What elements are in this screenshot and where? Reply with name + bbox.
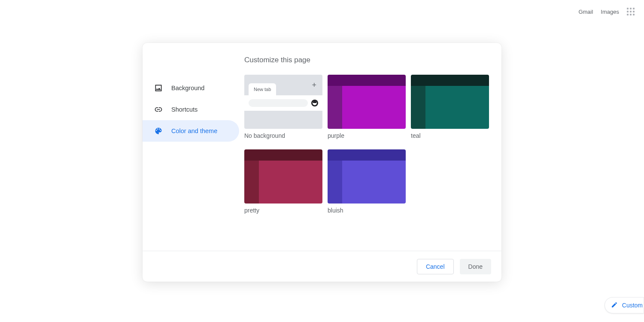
- gmail-link[interactable]: Gmail: [578, 9, 593, 15]
- theme-preview: [328, 75, 406, 129]
- theme-label: No background: [244, 132, 322, 139]
- customize-button[interactable]: Custom: [605, 297, 644, 313]
- sidebar-item-color-theme[interactable]: Color and theme: [143, 120, 239, 142]
- theme-label: purple: [328, 132, 406, 139]
- images-link[interactable]: Images: [601, 9, 619, 15]
- theme-preview: New tab +: [244, 75, 322, 129]
- palette-icon: [154, 127, 163, 135]
- theme-option-purple[interactable]: purple: [328, 75, 406, 139]
- preview-tab: New tab: [249, 83, 276, 95]
- theme-label: pretty: [244, 207, 322, 214]
- dialog-content: Customize this page New tab +: [239, 43, 501, 251]
- sidebar-item-label: Shortcuts: [171, 106, 197, 113]
- theme-option-teal[interactable]: teal: [411, 75, 489, 139]
- sidebar-item-background[interactable]: Background: [143, 77, 239, 99]
- dialog-body: Background Shortcuts Color and theme Cus…: [143, 43, 501, 251]
- pencil-icon: [611, 301, 618, 310]
- dialog-footer: Cancel Done: [143, 251, 501, 282]
- theme-label: bluish: [328, 207, 406, 214]
- sidebar-item-shortcuts[interactable]: Shortcuts: [143, 99, 239, 120]
- theme-option-pretty[interactable]: pretty: [244, 149, 322, 214]
- customize-label: Custom: [622, 302, 643, 309]
- theme-preview: [244, 149, 322, 204]
- customize-dialog: Background Shortcuts Color and theme Cus…: [143, 43, 501, 282]
- theme-grid: New tab + No background: [244, 75, 495, 222]
- theme-option-none[interactable]: New tab + No background: [244, 75, 322, 139]
- theme-preview: [411, 75, 489, 129]
- theme-option-bluish[interactable]: bluish: [328, 149, 406, 214]
- apps-icon[interactable]: [627, 8, 635, 15]
- image-icon: [154, 84, 163, 92]
- sidebar-item-label: Color and theme: [171, 128, 217, 134]
- cancel-button[interactable]: Cancel: [417, 259, 454, 274]
- theme-label: teal: [411, 132, 489, 139]
- done-button[interactable]: Done: [460, 259, 491, 274]
- dialog-title: Customize this page: [244, 56, 501, 64]
- dialog-sidebar: Background Shortcuts Color and theme: [143, 43, 239, 251]
- link-icon: [154, 105, 163, 114]
- sidebar-item-label: Background: [171, 85, 204, 91]
- theme-preview: [328, 149, 406, 204]
- avatar-icon: [311, 100, 318, 106]
- plus-icon: +: [312, 81, 316, 90]
- theme-scroll[interactable]: New tab + No background: [244, 75, 501, 251]
- page-header: Gmail Images: [578, 8, 635, 15]
